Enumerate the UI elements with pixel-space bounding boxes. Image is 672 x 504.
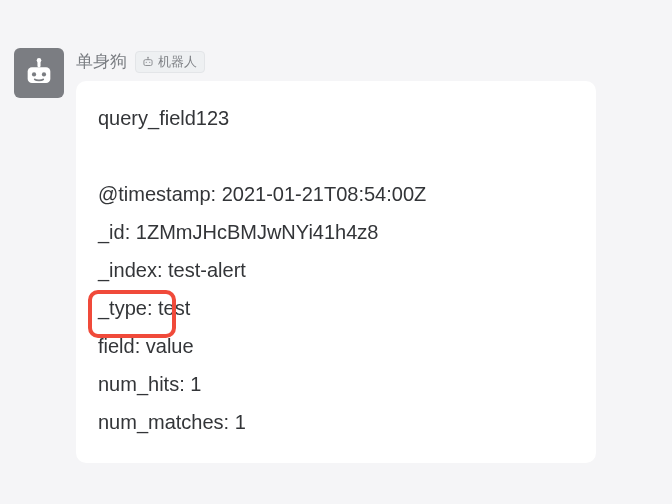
message-line: num_matches: 1: [98, 403, 574, 441]
blank-line: [98, 137, 574, 175]
svg-point-2: [37, 58, 42, 63]
message-content: 单身狗 机器人 query_field123 @timestamp: 2021-…: [76, 48, 658, 463]
message-title: query_field123: [98, 99, 574, 137]
message-line: @timestamp: 2021-01-21T08:54:00Z: [98, 175, 574, 213]
svg-point-8: [146, 61, 147, 62]
svg-rect-5: [144, 59, 152, 65]
message-line: _type: test: [98, 289, 574, 327]
message-line: field: value: [98, 327, 574, 365]
svg-point-9: [149, 61, 150, 62]
message-line: _index: test-alert: [98, 251, 574, 289]
svg-point-3: [32, 72, 36, 76]
message-bubble[interactable]: query_field123 @timestamp: 2021-01-21T08…: [76, 81, 596, 463]
sender-name: 单身狗: [76, 50, 127, 73]
svg-point-4: [42, 72, 46, 76]
message-line: _id: 1ZMmJHcBMJwNYi41h4z8: [98, 213, 574, 251]
bot-tag-label: 机器人: [158, 53, 197, 71]
message-header: 单身狗 机器人: [76, 48, 658, 73]
bot-tag: 机器人: [135, 51, 205, 73]
svg-point-7: [147, 56, 148, 57]
message-line: num_hits: 1: [98, 365, 574, 403]
robot-icon: [22, 56, 56, 90]
chat-message: 单身狗 机器人 query_field123 @timestamp: 2021-…: [14, 48, 658, 463]
bot-tag-icon: [141, 55, 155, 69]
avatar[interactable]: [14, 48, 64, 98]
